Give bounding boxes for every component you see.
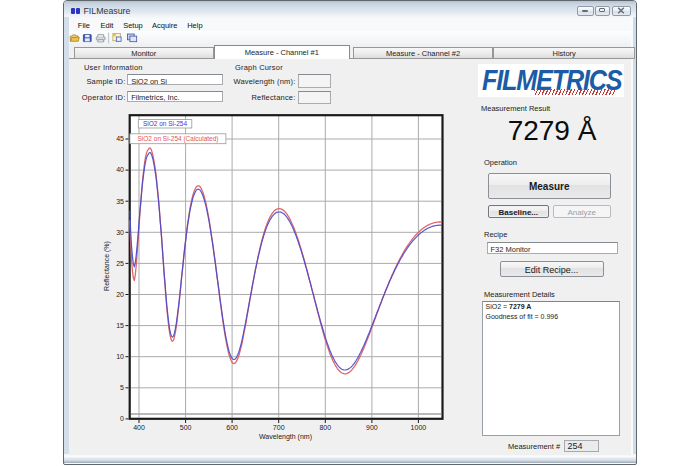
svg-text:SiO2 on Si-254 (Calculated): SiO2 on Si-254 (Calculated) <box>138 135 219 143</box>
svg-text:40: 40 <box>116 166 124 173</box>
svg-text:600: 600 <box>226 424 238 431</box>
svg-text:0: 0 <box>120 415 124 422</box>
svg-text:SiO2 on Si-254: SiO2 on Si-254 <box>143 120 187 127</box>
svg-text:400: 400 <box>133 424 145 431</box>
svg-text:15: 15 <box>116 322 124 329</box>
svg-text:Reflectance (%): Reflectance (%) <box>103 241 111 291</box>
svg-text:5: 5 <box>120 384 124 391</box>
svg-text:1000: 1000 <box>411 424 427 431</box>
svg-text:700: 700 <box>273 424 285 431</box>
svg-text:20: 20 <box>116 291 124 298</box>
svg-text:45: 45 <box>116 135 124 142</box>
svg-text:800: 800 <box>319 424 331 431</box>
svg-text:25: 25 <box>116 260 124 267</box>
svg-text:900: 900 <box>366 424 378 431</box>
svg-text:Wavelength (nm): Wavelength (nm) <box>259 433 312 441</box>
svg-text:30: 30 <box>116 229 124 236</box>
svg-text:35: 35 <box>116 198 124 205</box>
svg-text:10: 10 <box>116 353 124 360</box>
svg-text:500: 500 <box>180 424 192 431</box>
